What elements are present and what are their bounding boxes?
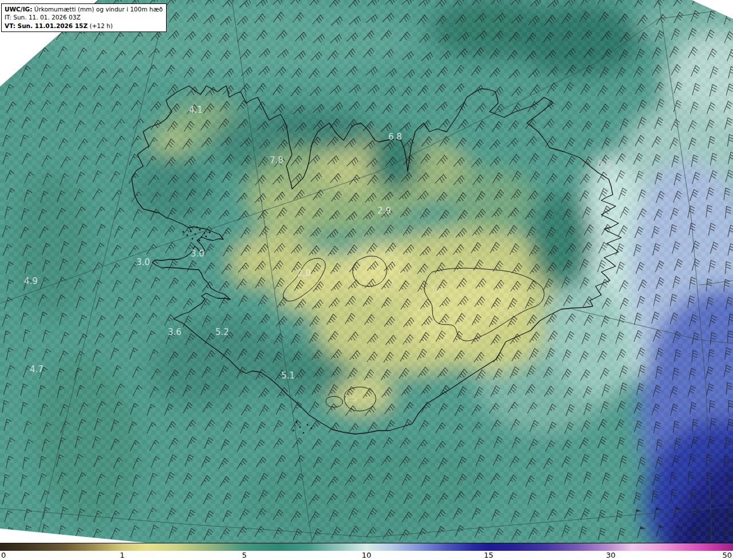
forecast-map-frame: 4.16.87.88.52.93.03.02.04.91.43.65.24.75… (0, 0, 733, 560)
model-name: UWC/IG: (5, 6, 32, 13)
precip-value-label: 3.0 (191, 249, 204, 259)
precipitation-wind-field: 4.16.87.88.52.93.03.02.04.91.43.65.24.75… (0, 0, 733, 543)
precip-value-label: 8.5 (597, 159, 611, 169)
precip-value-label: 4.7 (30, 364, 44, 374)
colorbar-tick-10: 10 (362, 551, 372, 560)
title-box: UWC/IG: Úrkomumætti (mm) og vindur i 100… (1, 3, 167, 32)
precip-value-label: 2.0 (297, 268, 311, 278)
precip-value-label: 1.5 (344, 393, 357, 404)
precip-value-label: 4.9 (24, 276, 38, 286)
colorbar-tick-50: 50 (722, 551, 732, 560)
precip-value-label: 7.8 (270, 155, 283, 165)
title-line-product: UWC/IG: Úrkomumætti (mm) og vindur i 100… (5, 5, 163, 13)
precip-value-label: 5.1 (281, 370, 295, 381)
precip-value-label: 4.1 (189, 105, 203, 115)
title-line-init: IT: Sun. 11. 01. 2026 03Z (5, 13, 163, 21)
colorbar-tick-5: 5 (242, 551, 246, 560)
precipitation-colorbar (0, 543, 733, 551)
colorbar-tick-1: 1 (120, 551, 124, 560)
precip-value-label: 1.4 (431, 285, 444, 295)
weather-map: 4.16.87.88.52.93.03.02.04.91.43.65.24.75… (0, 0, 733, 543)
colorbar-tick-30: 30 (606, 551, 616, 560)
precip-value-label: 3.6 (168, 327, 182, 337)
precip-value-label: 3.0 (136, 257, 150, 267)
precip-value-label: 5.2 (215, 327, 229, 337)
precip-value-label: 2.9 (377, 206, 391, 216)
title-line-valid: VT: Sun. 11.01.2026 15Z (+12 h) (5, 22, 163, 30)
colorbar-tick-0: 0 (1, 551, 6, 560)
colorbar-tick-labels: 01510153050 (0, 551, 733, 560)
precip-value-label: 6.8 (388, 132, 402, 142)
colorbar-tick-15: 15 (484, 551, 494, 560)
